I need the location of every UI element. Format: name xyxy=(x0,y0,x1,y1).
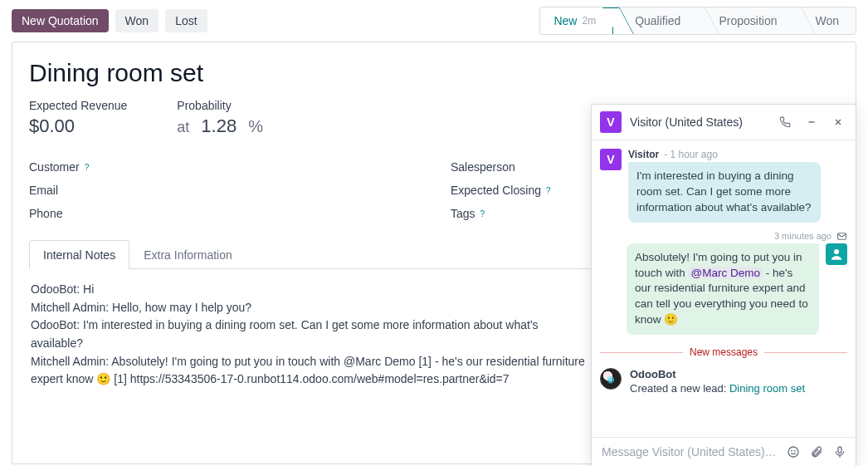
visitor-avatar: V xyxy=(600,111,622,133)
note-line: Mitchell Admin: Hello, how may I help yo… xyxy=(31,299,592,317)
tab-internal-notes[interactable]: Internal Notes xyxy=(29,240,129,269)
expected-revenue-value[interactable]: $0.00 xyxy=(29,115,127,137)
email-field[interactable]: Email xyxy=(29,179,417,202)
note-line: Mitchell Admin: Absolutely! I'm going to… xyxy=(31,353,592,389)
microphone-icon[interactable] xyxy=(832,444,847,459)
chat-message-input[interactable] xyxy=(600,444,778,459)
mark-lost-button[interactable]: Lost xyxy=(165,9,207,32)
svg-point-7 xyxy=(795,450,796,451)
new-messages-divider: New messages xyxy=(600,346,847,358)
note-line: OdooBot: I'm interested in buying a dini… xyxy=(31,316,592,352)
stage-label: New xyxy=(553,14,577,27)
phone-icon[interactable] xyxy=(776,113,794,131)
msg-bubble: I'm interested in buying a dining room s… xyxy=(628,162,821,223)
chat-title: Visitor (United States) xyxy=(630,115,768,129)
expected-revenue-label: Expected Revenue xyxy=(29,99,127,112)
internal-notes-content[interactable]: OdooBot: Hi Mitchell Admin: Hello, how m… xyxy=(29,269,593,400)
help-icon[interactable]: ? xyxy=(546,186,551,195)
chat-message-out: 3 minutes ago Absolutely! I'm going to p… xyxy=(600,231,847,335)
msg-time: 3 minutes ago xyxy=(774,231,831,241)
msg-time: - 1 hour ago xyxy=(664,149,718,160)
help-icon[interactable]: ? xyxy=(85,163,90,172)
close-icon[interactable] xyxy=(829,113,847,131)
visitor-avatar: V xyxy=(600,149,622,170)
phone-field[interactable]: Phone xyxy=(29,202,417,225)
svg-point-4 xyxy=(834,249,839,254)
chat-header: V Visitor (United States) xyxy=(592,105,856,140)
customer-field[interactable]: Customer ? xyxy=(29,155,417,179)
emoji-icon[interactable] xyxy=(786,444,801,459)
note-line: OdooBot: Hi xyxy=(31,281,592,299)
chat-system-message: ◉ OdooBot Created a new lead: Dining roo… xyxy=(600,368,847,395)
envelope-icon xyxy=(836,231,847,242)
svg-point-5 xyxy=(788,447,798,457)
probability-label: Probability xyxy=(177,99,263,112)
stage-label: Proposition xyxy=(719,14,777,27)
lead-link[interactable]: Dining room set xyxy=(729,382,805,395)
chat-panel: V Visitor (United States) V Visitor - 1 … xyxy=(591,104,856,466)
svg-point-6 xyxy=(792,450,792,451)
mention[interactable]: @Marc Demo xyxy=(689,267,763,279)
odoobot-avatar: ◉ xyxy=(600,368,622,390)
chat-message-in: V Visitor - 1 hour ago I'm interested in… xyxy=(600,149,847,223)
tab-extra-information[interactable]: Extra Information xyxy=(129,240,246,269)
sys-text: Created a new lead: xyxy=(630,382,729,395)
stage-label: Qualified xyxy=(635,14,680,27)
record-title[interactable]: Dining room set xyxy=(29,59,839,87)
chat-body[interactable]: V Visitor - 1 hour ago I'm interested in… xyxy=(592,140,856,437)
sys-author: OdooBot xyxy=(630,368,805,380)
mark-won-button[interactable]: Won xyxy=(115,9,159,32)
attachment-icon[interactable] xyxy=(809,444,824,459)
new-quotation-button[interactable]: New Quotation xyxy=(12,9,109,32)
agent-avatar xyxy=(826,243,847,265)
svg-rect-8 xyxy=(838,447,841,453)
stage-new[interactable]: New 2m xyxy=(539,7,613,35)
msg-author: Visitor xyxy=(628,149,659,160)
chat-input-bar xyxy=(592,437,856,466)
minimize-icon[interactable] xyxy=(802,113,821,131)
msg-bubble: Absolutely! I'm going to put you in touc… xyxy=(627,243,819,335)
probability-value[interactable]: at 1.28 % xyxy=(177,115,263,137)
stage-time: 2m xyxy=(582,15,596,27)
help-icon[interactable]: ? xyxy=(480,209,485,218)
stage-bar: New 2m Qualified Proposition Won xyxy=(539,7,856,35)
stage-label: Won xyxy=(815,14,839,27)
